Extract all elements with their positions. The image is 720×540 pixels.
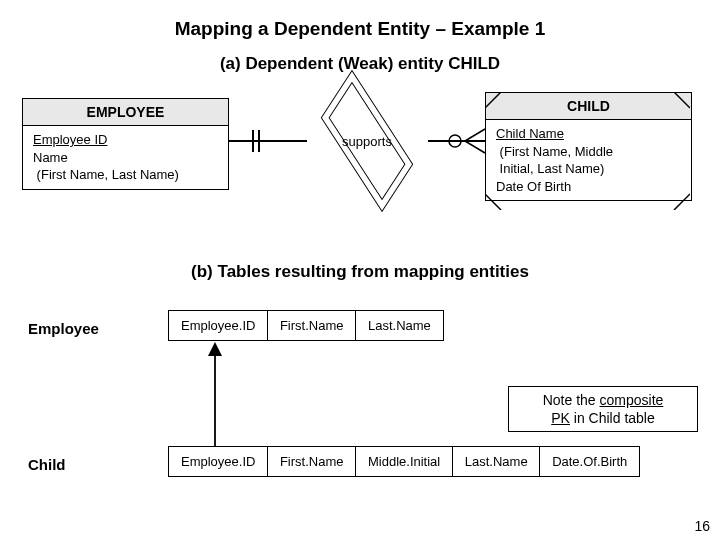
subtitle-b: (b) Tables resulting from mapping entiti… (0, 262, 720, 282)
svg-line-1 (674, 92, 690, 108)
svg-line-2 (485, 194, 501, 210)
table-label-child: Child (28, 456, 66, 473)
note-text-2: composite (600, 392, 664, 408)
table-child: Employee.ID First.Name Middle.Initial La… (168, 446, 640, 477)
note-text-1: Note the (543, 392, 600, 408)
cardinality-bar-2 (258, 130, 260, 152)
relationship-label: supports (312, 113, 422, 169)
page-number: 16 (694, 518, 710, 534)
crowfoot-icon (445, 126, 487, 156)
col-child-dob: Date.Of.Birth (539, 446, 640, 477)
col-child-lastname: Last.Name (452, 446, 541, 477)
col-child-firstname: First.Name (267, 446, 357, 477)
page-title: Mapping a Dependent Entity – Example 1 (0, 18, 720, 40)
attr-employee-name: Name (33, 149, 218, 167)
col-emp-firstname: First.Name (267, 310, 357, 341)
subtitle-a: (a) Dependent (Weak) entity CHILD (0, 54, 720, 74)
svg-line-6 (465, 141, 485, 153)
col-emp-lastname: Last.Name (355, 310, 444, 341)
svg-point-4 (449, 135, 461, 147)
note-text-4: in Child table (570, 410, 655, 426)
entity-employee-attrs: Employee ID Name (First Name, Last Name) (23, 126, 228, 189)
entity-employee: EMPLOYEE Employee ID Name (First Name, L… (22, 98, 229, 190)
svg-marker-8 (208, 342, 222, 356)
tables-area: Employee Employee.ID First.Name Last.Nam… (0, 298, 720, 508)
er-diagram: EMPLOYEE Employee ID Name (First Name, L… (0, 88, 720, 258)
entity-employee-header: EMPLOYEE (23, 99, 228, 126)
col-child-empid: Employee.ID (168, 446, 268, 477)
attr-employee-name-parts: (First Name, Last Name) (33, 166, 218, 184)
note-composite-pk: Note the composite PK in Child table (508, 386, 698, 432)
fk-arrow-icon (205, 342, 225, 446)
table-label-employee: Employee (28, 320, 99, 337)
svg-line-3 (674, 194, 690, 210)
svg-line-5 (465, 129, 485, 141)
note-text-3: PK (551, 410, 570, 426)
col-child-middle: Middle.Initial (355, 446, 453, 477)
svg-line-0 (485, 92, 501, 108)
connector-left (229, 140, 307, 142)
col-emp-id: Employee.ID (168, 310, 268, 341)
attr-employee-id: Employee ID (33, 131, 218, 149)
relationship-supports: supports (312, 113, 422, 169)
cardinality-bar-1 (252, 130, 254, 152)
weak-entity-corner-icon (485, 92, 690, 210)
table-employee: Employee.ID First.Name Last.Name (168, 310, 444, 341)
